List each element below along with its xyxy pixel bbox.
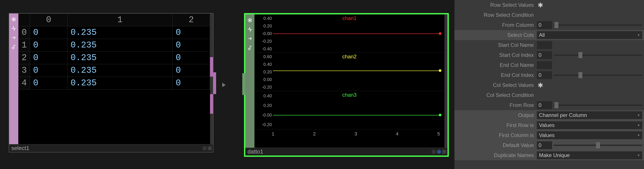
first-column-is-dropdown[interactable]: Values (537, 131, 642, 139)
cell[interactable]: 0 (30, 52, 68, 64)
scrollbar-vertical[interactable] (210, 14, 213, 144)
chop-channel-chan3: 0.400.20-0.00-0.20chan3 (254, 91, 444, 129)
channel-line (273, 70, 440, 71)
arrow-right-icon[interactable] (10, 34, 18, 42)
param-col-select-values: Col Select Values ✱ (454, 80, 644, 90)
node-select1[interactable]: 0 1 2 000.2350100.2350200.2350300.235040… (9, 13, 214, 152)
y-tick-label: 0.20 (264, 70, 272, 74)
from-column-slider[interactable] (554, 24, 642, 26)
start-col-index-input[interactable] (537, 51, 552, 59)
chop-viewer[interactable]: 0.400.20-0.00-0.20-0.40chan10.600.400.20… (254, 14, 444, 148)
target-icon[interactable] (10, 16, 18, 23)
y-tick-label: -0.00 (262, 31, 272, 36)
param-from-row: From Row (454, 100, 644, 110)
x-tick-label: 2 (313, 131, 316, 137)
select-cols-dropdown[interactable]: All (537, 31, 642, 39)
default-value-input[interactable] (537, 141, 552, 149)
channel-name-label: chan1 (342, 15, 356, 21)
from-column-input[interactable] (537, 21, 552, 29)
expression-icon[interactable]: ✱ (537, 1, 543, 9)
end-col-name-input[interactable] (537, 61, 552, 69)
table-header-row: 0 1 2 (18, 14, 210, 26)
row-header: 0 (18, 26, 30, 39)
col-header: 0 (30, 14, 68, 26)
default-value-slider[interactable] (554, 144, 642, 146)
pulse-icon[interactable] (246, 26, 254, 33)
cell[interactable]: 0.235 (67, 26, 172, 39)
cell[interactable]: 0 (172, 39, 210, 52)
scrollbar-vertical[interactable] (444, 14, 448, 148)
cell[interactable]: 0.235 (67, 77, 172, 90)
chop-channel-chan2: 0.600.400.200.00-0.20chan2 (254, 53, 444, 91)
output-connector[interactable] (213, 72, 216, 94)
cell[interactable]: 0 (172, 52, 210, 64)
from-row-slider[interactable] (554, 104, 642, 106)
channel-name-label: chan3 (342, 92, 356, 98)
add-icon[interactable]: + (208, 146, 212, 150)
row-header: 4 (18, 77, 30, 90)
y-tick-label: 0.20 (264, 23, 272, 28)
svg-point-2 (12, 47, 14, 49)
x-tick-label: 1 (272, 131, 274, 137)
svg-point-5 (248, 48, 250, 50)
param-first-row-is: First Row is Values (454, 120, 644, 130)
duplicate-names-dropdown[interactable]: Make Unique (537, 151, 642, 159)
dat-table[interactable]: 0 1 2 000.2350100.2350200.2350300.235040… (18, 14, 213, 144)
table-row[interactable]: 100.2350 (18, 39, 210, 52)
table-row[interactable]: 000.2350 (18, 26, 210, 39)
cell[interactable]: 0 (172, 26, 210, 39)
col-header: 1 (67, 14, 172, 26)
node-name-label[interactable]: select1 (11, 145, 29, 152)
y-tick-label: -0.20 (262, 39, 272, 44)
param-duplicate-names: Duplicate Names Make Unique (454, 150, 644, 160)
cell[interactable]: 0 (30, 77, 68, 90)
expression-icon[interactable]: ✱ (537, 82, 543, 89)
param-start-col-name: Start Col Name (454, 40, 644, 50)
channel-endpoint-dot (439, 32, 442, 35)
cell[interactable]: 0 (30, 26, 68, 39)
viewer-active-icon[interactable] (437, 150, 441, 154)
viewer-active-icon[interactable] (202, 146, 206, 150)
end-col-index-input[interactable] (537, 71, 552, 79)
arrow-right-icon[interactable] (246, 35, 254, 42)
start-col-name-input[interactable] (537, 41, 552, 49)
node-name-label[interactable]: datto1 (248, 148, 263, 155)
note-icon[interactable] (10, 43, 18, 51)
first-row-is-dropdown[interactable]: Values (537, 121, 642, 129)
cell[interactable]: 0 (172, 64, 210, 77)
cell[interactable]: 0.235 (67, 39, 172, 52)
end-col-index-slider[interactable] (554, 74, 642, 76)
target-icon[interactable] (246, 16, 254, 24)
note-icon[interactable] (246, 44, 254, 52)
chop-x-axis: 12345 (254, 129, 444, 138)
viewer-dot-icon[interactable] (432, 150, 436, 154)
add-icon[interactable]: + (442, 150, 446, 154)
output-dropdown[interactable]: Channel per Column (537, 111, 642, 119)
table-row[interactable]: 300.2350 (18, 64, 210, 77)
node-footer: datto1 + (245, 148, 448, 156)
wire-arrow-icon (222, 83, 226, 87)
node-toolbar (245, 14, 254, 148)
cell[interactable]: 0 (30, 64, 68, 77)
y-tick-label: 0.40 (264, 16, 272, 21)
node-footer: select1 + (9, 144, 213, 152)
start-col-index-slider[interactable] (554, 54, 642, 56)
param-default-value: Default Value (454, 140, 644, 150)
pulse-icon[interactable] (10, 24, 18, 32)
param-output: Output Channel per Column (454, 110, 644, 120)
cell[interactable]: 0.235 (67, 64, 172, 77)
from-row-input[interactable] (537, 101, 552, 109)
cell[interactable]: 0 (30, 39, 68, 52)
param-col-select-condition: Col Select Condition (454, 90, 644, 100)
channel-line (273, 115, 440, 116)
svg-point-1 (13, 19, 14, 20)
table-row[interactable]: 200.2350 (18, 52, 210, 64)
cell[interactable]: 0.235 (67, 52, 172, 64)
y-tick-label: 0.40 (264, 94, 272, 98)
cell[interactable]: 0 (172, 77, 210, 90)
y-tick-label: 0.40 (264, 62, 272, 67)
row-header: 3 (18, 64, 30, 77)
input-connector[interactable] (242, 73, 245, 95)
table-row[interactable]: 400.2350 (18, 77, 210, 90)
node-datto1[interactable]: 0.400.20-0.00-0.20-0.40chan10.600.400.20… (244, 13, 449, 157)
